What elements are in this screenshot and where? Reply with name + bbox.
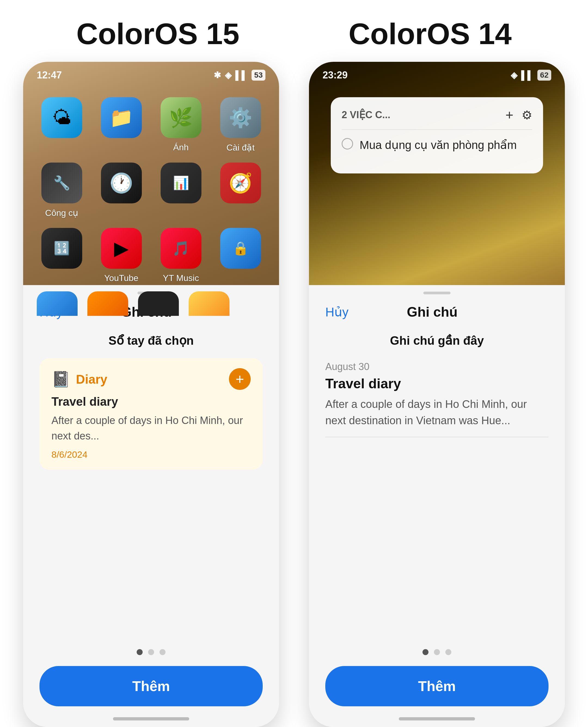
photos-label: Ánh xyxy=(173,142,189,152)
right-time: 23:29 xyxy=(322,69,348,81)
app-row-partial xyxy=(23,291,279,316)
app-music-vis[interactable]: 📊 xyxy=(156,163,206,218)
left-phone-wallpaper: 12:47 ✱ ◈ ▌▌ 53 🌤 📁 xyxy=(23,62,279,285)
left-pagination xyxy=(23,638,279,663)
app-settings[interactable]: ⚙️ Cài đặt xyxy=(216,97,266,153)
ytmusic-label: YT Music xyxy=(163,273,199,283)
diary-add-button[interactable]: + xyxy=(229,368,251,390)
dot-2 xyxy=(148,649,154,655)
left-status-bar: 12:47 ✱ ◈ ▌▌ 53 xyxy=(23,62,279,81)
left-os-title: ColorOS 15 xyxy=(22,16,294,51)
left-bottom-sheet: Hủy Ghi chú Sổ tay đã chọn 📓 Diary + Tra… xyxy=(23,285,279,727)
bluetooth-icon: ✱ xyxy=(214,70,221,80)
app-tools[interactable]: 🔧 Công cụ xyxy=(37,163,87,218)
left-app-grid: 🌤 📁 🌿 Ánh ⚙️ Cài đặt 🔧 xyxy=(23,81,279,291)
right-home-indicator xyxy=(309,717,565,727)
left-phone-frame: 12:47 ✱ ◈ ▌▌ 53 🌤 📁 xyxy=(23,62,279,727)
app-calc[interactable]: 🔢 xyxy=(37,228,87,283)
left-home-indicator xyxy=(23,717,279,727)
right-section-title: Ghi chú gần đây xyxy=(309,325,565,358)
note-body: After a couple of days in Ho Chi Minh, o… xyxy=(325,396,548,429)
right-status-bar: 23:29 ◈ ▌▌ 62 xyxy=(309,62,565,81)
youtube-icon: ▶ xyxy=(101,228,142,269)
app-files[interactable]: 📁 xyxy=(97,97,146,153)
todo-item-1: Mua dụng cụ văn phòng phẩm xyxy=(342,137,532,153)
photos-icon: 🌿 xyxy=(161,97,202,138)
right-phone-wallpaper: 23:29 ◈ ▌▌ 62 2 VIỆC C... + ⚙ xyxy=(309,62,565,285)
right-add-button[interactable]: Thêm xyxy=(325,666,548,706)
todo-actions: + ⚙ xyxy=(505,107,532,123)
settings-label: Cài đặt xyxy=(227,142,255,153)
right-wifi-icon: ◈ xyxy=(511,70,518,80)
settings-icon: ⚙️ xyxy=(220,97,261,138)
todo-plus-icon[interactable]: + xyxy=(505,107,513,123)
diary-name: Diary xyxy=(76,372,107,387)
app-weather[interactable]: 🌤 xyxy=(37,97,87,153)
diary-card-header: 📓 Diary xyxy=(51,370,251,388)
right-sheet-handle xyxy=(423,292,450,294)
right-os-title: ColorOS 14 xyxy=(294,16,566,51)
left-add-button[interactable]: Thêm xyxy=(40,666,263,706)
left-time: 12:47 xyxy=(37,69,62,81)
wifi-icon: ◈ xyxy=(225,70,232,80)
todo-divider xyxy=(342,129,532,130)
right-sheet-title: Ghi chú xyxy=(407,304,458,320)
right-dot-2 xyxy=(434,649,440,655)
tools-icon: 🔧 xyxy=(41,163,82,203)
dot-3 xyxy=(160,649,166,655)
right-signal-icon: ▌▌ xyxy=(521,70,533,80)
app-clock[interactable]: 🕐 xyxy=(97,163,146,218)
page-background: ColorOS 15 ColorOS 14 12:47 ✱ ◈ ▌▌ 53 xyxy=(0,0,588,727)
right-pagination xyxy=(309,638,565,663)
right-dot-1 xyxy=(422,649,428,655)
todo-gear-icon[interactable]: ⚙ xyxy=(522,108,532,122)
diary-entry-body: After a couple of days in Ho Chi Minh, o… xyxy=(51,413,251,444)
files-icon: 📁 xyxy=(101,97,142,138)
right-sheet-spacer xyxy=(309,437,565,638)
todo-checkbox[interactable] xyxy=(342,138,353,149)
right-bottom-sheet: Hủy Ghi chú Ghi chú gần đây August 30 Tr… xyxy=(309,285,565,727)
app-ytmusic[interactable]: 🎵 YT Music xyxy=(156,228,206,283)
left-sheet-spacer xyxy=(23,470,279,638)
diary-card[interactable]: 📓 Diary + Travel diary After a couple of… xyxy=(40,358,263,470)
todo-count-label: 2 VIỆC C... xyxy=(342,109,391,121)
right-home-bar xyxy=(399,717,475,721)
diary-entry-title: Travel diary xyxy=(51,395,251,409)
right-sheet-handle-area xyxy=(309,285,565,294)
app-secure[interactable]: 🔒 xyxy=(216,228,266,283)
right-phone-frame: 23:29 ◈ ▌▌ 62 2 VIỆC C... + ⚙ xyxy=(309,62,565,727)
youtube-label: YouTube xyxy=(104,273,139,283)
right-dot-3 xyxy=(445,649,451,655)
partial-app-3 xyxy=(138,291,179,316)
header-row: ColorOS 15 ColorOS 14 xyxy=(0,0,588,62)
signal-icon: ▌▌ xyxy=(235,70,248,80)
right-note-card[interactable]: August 30 Travel diary After a couple of… xyxy=(325,358,548,431)
ytmusic-icon: 🎵 xyxy=(161,228,202,269)
app-youtube[interactable]: ▶ YouTube xyxy=(97,228,146,283)
music-vis-icon: 📊 xyxy=(161,163,202,203)
diary-entry-date: 8/6/2024 xyxy=(51,449,251,460)
left-section-title: Sổ tay đã chọn xyxy=(23,325,279,358)
right-sheet-header: Hủy Ghi chú xyxy=(309,294,565,325)
phones-row: 12:47 ✱ ◈ ▌▌ 53 🌤 📁 xyxy=(0,62,588,727)
right-battery: 62 xyxy=(538,70,551,81)
partial-app-4 xyxy=(189,291,230,316)
weather-icon: 🌤 xyxy=(41,97,82,138)
right-cancel-button[interactable]: Hủy xyxy=(325,305,349,319)
calc-icon: 🔢 xyxy=(41,228,82,269)
app-compass[interactable]: 🧭 xyxy=(216,163,266,218)
compass-icon: 🧭 xyxy=(220,163,261,203)
diary-notebook-icon: 📓 xyxy=(51,370,70,388)
clock-icon: 🕐 xyxy=(101,163,142,203)
right-status-icons: ◈ ▌▌ 62 xyxy=(511,70,551,81)
note-date: August 30 xyxy=(325,361,548,373)
app-photos[interactable]: 🌿 Ánh xyxy=(156,97,206,153)
note-title: Travel diary xyxy=(325,376,548,392)
todo-text: Mua dụng cụ văn phòng phẩm xyxy=(360,137,517,153)
left-battery: 53 xyxy=(252,70,266,81)
todo-widget[interactable]: 2 VIỆC C... + ⚙ Mua dụng cụ văn phòng ph… xyxy=(331,97,543,173)
secure-icon: 🔒 xyxy=(220,228,261,269)
left-home-bar xyxy=(113,717,189,721)
partial-app-2 xyxy=(87,291,128,316)
todo-widget-header: 2 VIỆC C... + ⚙ xyxy=(342,107,532,123)
